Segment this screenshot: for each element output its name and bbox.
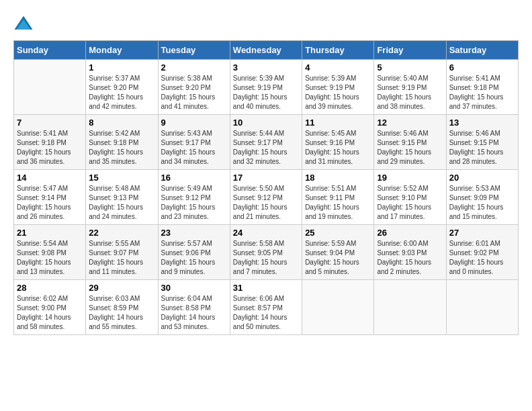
calendar-week-1: 1Sunrise: 5:37 AMSunset: 9:20 PMDaylight… [14,60,519,115]
calendar-cell: 15Sunrise: 5:48 AMSunset: 9:13 PMDayligh… [86,170,158,225]
calendar-cell: 3Sunrise: 5:39 AMSunset: 9:19 PMDaylight… [230,60,302,115]
calendar-cell: 17Sunrise: 5:50 AMSunset: 9:12 PMDayligh… [230,170,302,225]
day-number: 13 [449,118,515,128]
day-number: 23 [161,228,227,238]
day-info: Sunrise: 6:03 AMSunset: 8:59 PMDaylight:… [89,294,154,332]
day-number: 6 [449,62,515,73]
day-info: Sunrise: 5:45 AMSunset: 9:16 PMDaylight:… [305,129,371,167]
calendar-cell: 9Sunrise: 5:43 AMSunset: 9:17 PMDaylight… [158,115,230,170]
day-number: 10 [233,118,299,128]
day-info: Sunrise: 5:42 AMSunset: 9:18 PMDaylight:… [89,129,154,167]
calendar-cell [446,280,518,335]
calendar-cell: 25Sunrise: 5:59 AMSunset: 9:04 PMDayligh… [302,225,374,280]
day-info: Sunrise: 5:37 AMSunset: 9:20 PMDaylight:… [89,74,154,111]
calendar-cell: 10Sunrise: 5:44 AMSunset: 9:17 PMDayligh… [230,115,302,170]
calendar-week-4: 21Sunrise: 5:54 AMSunset: 9:08 PMDayligh… [14,225,519,280]
calendar-cell: 27Sunrise: 6:01 AMSunset: 9:02 PMDayligh… [446,225,518,280]
day-number: 5 [377,62,443,73]
day-info: Sunrise: 6:00 AMSunset: 9:03 PMDaylight:… [377,239,443,277]
calendar-cell: 6Sunrise: 5:41 AMSunset: 9:18 PMDaylight… [446,60,518,115]
calendar-cell: 14Sunrise: 5:47 AMSunset: 9:14 PMDayligh… [14,170,86,225]
day-info: Sunrise: 6:01 AMSunset: 9:02 PMDaylight:… [449,239,515,277]
day-number: 17 [233,173,299,183]
calendar-cell: 8Sunrise: 5:42 AMSunset: 9:18 PMDaylight… [86,115,158,170]
day-info: Sunrise: 5:39 AMSunset: 9:19 PMDaylight:… [233,74,299,111]
day-info: Sunrise: 5:49 AMSunset: 9:12 PMDaylight:… [161,184,227,222]
day-number: 9 [161,118,227,128]
day-number: 29 [89,283,154,293]
day-info: Sunrise: 5:54 AMSunset: 9:08 PMDaylight:… [17,239,83,277]
day-info: Sunrise: 5:44 AMSunset: 9:17 PMDaylight:… [233,129,299,167]
calendar-cell: 31Sunrise: 6:06 AMSunset: 8:57 PMDayligh… [230,280,302,335]
calendar-cell: 21Sunrise: 5:54 AMSunset: 9:08 PMDayligh… [14,225,86,280]
calendar-cell: 24Sunrise: 5:58 AMSunset: 9:05 PMDayligh… [230,225,302,280]
day-info: Sunrise: 5:48 AMSunset: 9:13 PMDaylight:… [89,184,154,222]
day-info: Sunrise: 5:41 AMSunset: 9:18 PMDaylight:… [449,74,515,111]
day-number: 8 [89,118,154,128]
calendar-header-friday: Friday [374,41,446,60]
calendar-cell: 19Sunrise: 5:52 AMSunset: 9:10 PMDayligh… [374,170,446,225]
calendar-cell [302,280,374,335]
calendar-cell: 18Sunrise: 5:51 AMSunset: 9:11 PMDayligh… [302,170,374,225]
day-number: 2 [161,62,227,73]
day-number: 27 [449,228,515,238]
calendar-cell: 23Sunrise: 5:57 AMSunset: 9:06 PMDayligh… [158,225,230,280]
calendar-header-sunday: Sunday [14,41,86,60]
calendar-cell: 1Sunrise: 5:37 AMSunset: 9:20 PMDaylight… [86,60,158,115]
calendar-week-3: 14Sunrise: 5:47 AMSunset: 9:14 PMDayligh… [14,170,519,225]
calendar-cell: 28Sunrise: 6:02 AMSunset: 9:00 PMDayligh… [14,280,86,335]
day-number: 16 [161,173,227,183]
calendar-header-wednesday: Wednesday [230,41,302,60]
day-number: 7 [17,118,83,128]
day-info: Sunrise: 5:47 AMSunset: 9:14 PMDaylight:… [17,184,83,222]
day-info: Sunrise: 6:02 AMSunset: 9:00 PMDaylight:… [17,294,83,332]
day-number: 22 [89,228,154,238]
calendar-cell: 26Sunrise: 6:00 AMSunset: 9:03 PMDayligh… [374,225,446,280]
day-number: 19 [377,173,443,183]
calendar-cell: 29Sunrise: 6:03 AMSunset: 8:59 PMDayligh… [86,280,158,335]
calendar-cell: 7Sunrise: 5:41 AMSunset: 9:18 PMDaylight… [14,115,86,170]
day-info: Sunrise: 5:59 AMSunset: 9:04 PMDaylight:… [305,239,371,277]
calendar-week-2: 7Sunrise: 5:41 AMSunset: 9:18 PMDaylight… [14,115,519,170]
calendar-header-thursday: Thursday [302,41,374,60]
calendar-cell [14,60,86,115]
calendar-cell: 2Sunrise: 5:38 AMSunset: 9:20 PMDaylight… [158,60,230,115]
day-info: Sunrise: 5:53 AMSunset: 9:09 PMDaylight:… [449,184,515,222]
calendar-header-tuesday: Tuesday [158,41,230,60]
calendar-cell: 16Sunrise: 5:49 AMSunset: 9:12 PMDayligh… [158,170,230,225]
calendar-cell [374,280,446,335]
day-number: 24 [233,228,299,238]
calendar-table: SundayMondayTuesdayWednesdayThursdayFrid… [13,40,519,335]
day-number: 30 [161,283,227,293]
day-info: Sunrise: 6:06 AMSunset: 8:57 PMDaylight:… [233,294,299,332]
day-info: Sunrise: 5:38 AMSunset: 9:20 PMDaylight:… [161,74,227,111]
day-info: Sunrise: 5:55 AMSunset: 9:07 PMDaylight:… [89,239,154,277]
day-number: 11 [305,118,371,128]
day-info: Sunrise: 5:51 AMSunset: 9:11 PMDaylight:… [305,184,371,222]
calendar-header-row: SundayMondayTuesdayWednesdayThursdayFrid… [14,41,519,60]
day-number: 12 [377,118,443,128]
day-info: Sunrise: 6:04 AMSunset: 8:58 PMDaylight:… [161,294,227,332]
day-info: Sunrise: 5:58 AMSunset: 9:05 PMDaylight:… [233,239,299,277]
day-number: 1 [89,62,154,73]
calendar-cell: 11Sunrise: 5:45 AMSunset: 9:16 PMDayligh… [302,115,374,170]
day-info: Sunrise: 5:41 AMSunset: 9:18 PMDaylight:… [17,129,83,167]
logo-icon [13,13,34,34]
day-number: 18 [305,173,371,183]
day-number: 25 [305,228,371,238]
calendar-cell: 5Sunrise: 5:40 AMSunset: 9:19 PMDaylight… [374,60,446,115]
day-info: Sunrise: 5:39 AMSunset: 9:19 PMDaylight:… [305,74,371,111]
calendar-cell: 4Sunrise: 5:39 AMSunset: 9:19 PMDaylight… [302,60,374,115]
calendar-cell: 22Sunrise: 5:55 AMSunset: 9:07 PMDayligh… [86,225,158,280]
calendar-header-saturday: Saturday [446,41,518,60]
day-info: Sunrise: 5:46 AMSunset: 9:15 PMDaylight:… [377,129,443,167]
day-number: 20 [449,173,515,183]
day-info: Sunrise: 5:52 AMSunset: 9:10 PMDaylight:… [377,184,443,222]
day-number: 31 [233,283,299,293]
day-number: 4 [305,62,371,73]
calendar-cell: 13Sunrise: 5:46 AMSunset: 9:15 PMDayligh… [446,115,518,170]
day-number: 3 [233,62,299,73]
day-number: 26 [377,228,443,238]
day-number: 21 [17,228,83,238]
calendar-week-5: 28Sunrise: 6:02 AMSunset: 9:00 PMDayligh… [14,280,519,335]
